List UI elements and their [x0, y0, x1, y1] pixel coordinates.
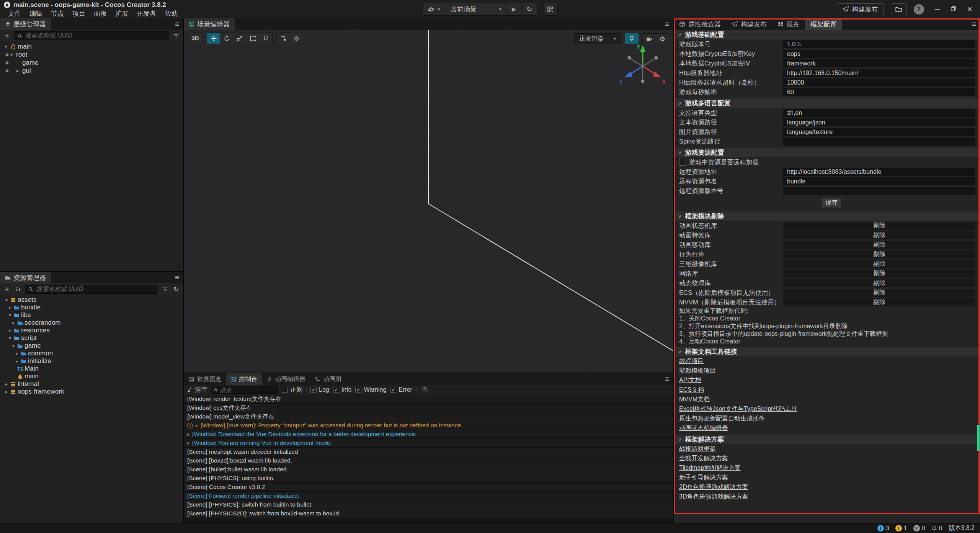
filter-log-checkbox[interactable]: Log	[310, 386, 329, 393]
log-row[interactable]: [Scene] Cocos Creator v3.8.2	[184, 483, 673, 492]
orientation-gizmo[interactable]: Y X Z	[618, 41, 668, 91]
log-row[interactable]: [Window] model_view文件夹存在	[184, 412, 673, 421]
projection-3d-button[interactable]: 3D	[188, 33, 203, 43]
text-path-input[interactable]	[783, 118, 975, 126]
save-button[interactable]: 保存	[821, 198, 842, 208]
scene-selector-dropdown[interactable]: 当前场景 ▾	[446, 3, 507, 15]
asset-row-resources[interactable]: resources	[0, 327, 183, 334]
asset-row-seedrandom[interactable]: seedrandom	[0, 319, 183, 327]
create-asset-button[interactable]	[3, 285, 11, 293]
hierarchy-search[interactable]	[14, 31, 169, 40]
tab-scene-editor[interactable]: 场景编辑器	[184, 18, 235, 30]
remove-camera-button[interactable]: 剔除	[783, 260, 975, 268]
rect-tool-button[interactable]	[246, 33, 259, 44]
spine-path-input[interactable]	[783, 137, 975, 146]
log-row-info[interactable]: ▸ [Window] You are running Vue in develo…	[184, 439, 673, 448]
filter-warning-checkbox[interactable]: Warning	[355, 386, 386, 393]
asset-row-bundle[interactable]: bundle	[0, 304, 183, 311]
remote-url-input[interactable]	[783, 168, 975, 176]
assets-search[interactable]	[25, 285, 158, 294]
section-solutions[interactable]: 框架解决方案	[674, 435, 980, 444]
expand-icon[interactable]	[5, 44, 10, 49]
asset-row-internal[interactable]: internal	[0, 380, 183, 388]
link-template-project[interactable]: 游戏模板项目	[679, 367, 716, 375]
tab-property-inspector[interactable]: 属性检查器	[674, 18, 726, 30]
remove-effect-button[interactable]: 剔除	[783, 231, 975, 239]
sort-assets-button[interactable]	[14, 285, 22, 293]
log-row[interactable]: [Scene] [bullet]:bullet wasm lib loaded.	[184, 465, 673, 474]
expand-icon[interactable]: ▸	[187, 440, 189, 446]
link-guide-solution[interactable]: 新手引导解决方案	[679, 474, 728, 482]
node-row-game[interactable]: game	[0, 59, 183, 67]
asset-row-initialize[interactable]: initialize	[0, 357, 183, 365]
remove-ecs-button[interactable]: 剔除	[783, 289, 975, 297]
help-button[interactable]: ?	[914, 4, 924, 15]
expand-icon[interactable]	[9, 312, 14, 318]
http-server-input[interactable]	[783, 69, 975, 77]
tab-asset-preview[interactable]: 资源预览	[184, 373, 226, 385]
hierarchy-search-input[interactable]	[25, 32, 166, 39]
log-row-warning[interactable]: ! ▸ [Window] [Vue warn]: Property "onInp…	[184, 421, 673, 430]
log-row[interactable]: [Scene] [PHYSICS2D]: switch from box2d-w…	[184, 509, 673, 518]
tab-framework-config[interactable]: 框架配置	[805, 18, 842, 30]
hierarchy-filter-icon[interactable]	[172, 31, 180, 40]
section-game-resource-config[interactable]: 游戏资源配置	[674, 148, 980, 157]
link-excel-tool[interactable]: Excel格式转Json文件与TypeScript代码工具	[679, 405, 797, 413]
tab-build-publish[interactable]: 构建发布	[726, 18, 772, 30]
play-button[interactable]: ▶	[507, 3, 522, 15]
preview-qr-button[interactable]	[543, 3, 557, 16]
remove-mvvm-button[interactable]: 剔除	[783, 298, 975, 306]
asset-row-game[interactable]: game	[0, 342, 183, 350]
log-file-button[interactable]	[420, 386, 429, 394]
link-ecs-docs[interactable]: ECS文档	[679, 386, 704, 394]
node-row-root[interactable]: root	[0, 51, 183, 59]
link-fullstack-solution[interactable]: 全栈开发解决方案	[679, 455, 728, 463]
expand-icon[interactable]	[9, 335, 14, 341]
remove-animator-button[interactable]: 剔除	[783, 222, 975, 230]
asset-row-main-ts[interactable]: TS Main	[0, 365, 183, 373]
menu-extension[interactable]: 扩展	[111, 9, 132, 18]
console-log-list[interactable]: [Window] render_texture文件夹存在 [Window] ec…	[184, 395, 673, 523]
texture-path-input[interactable]	[783, 128, 975, 136]
restore-button[interactable]	[951, 5, 956, 13]
assets-filter-icon[interactable]	[161, 285, 169, 293]
render-mode-dropdown[interactable]: 正常渲染 ▾	[574, 33, 621, 44]
preview-target-dropdown[interactable]: ▾	[423, 3, 446, 15]
assets-search-input[interactable]	[36, 286, 155, 293]
http-timeout-input[interactable]	[783, 78, 975, 87]
coordinate-mode-button[interactable]	[290, 33, 303, 44]
menu-panel[interactable]: 面板	[90, 9, 111, 18]
asset-row-common[interactable]: common	[0, 350, 183, 357]
pivot-mode-button[interactable]	[277, 33, 290, 44]
game-version-input[interactable]	[783, 40, 975, 48]
expand-icon[interactable]: ▸	[196, 423, 198, 428]
languages-input[interactable]	[783, 109, 975, 117]
tab-hierarchy[interactable]: 层级管理器	[0, 18, 51, 30]
info-count[interactable]: i 3	[877, 525, 889, 532]
remote-version-input[interactable]	[783, 187, 975, 195]
log-row[interactable]: [Window] render_texture文件夹存在	[184, 395, 673, 404]
scale-tool-button[interactable]	[233, 33, 246, 44]
build-publish-button[interactable]: 构建发布	[837, 3, 884, 15]
expand-icon[interactable]	[5, 381, 10, 387]
minimize-button[interactable]: ─	[935, 5, 940, 13]
expand-icon[interactable]	[16, 358, 21, 364]
expand-icon[interactable]	[9, 305, 14, 310]
panel-menu-icon[interactable]: ≡	[972, 18, 976, 30]
refresh-assets-button[interactable]: ↻	[172, 285, 180, 293]
asset-row-libs[interactable]: libs	[0, 311, 183, 319]
expand-icon[interactable]	[12, 320, 17, 325]
section-module-trim[interactable]: 框架模块剔除	[674, 211, 980, 221]
remote-load-checkbox[interactable]: 游戏中资源是否远程加载	[674, 157, 980, 167]
link-tiledmap-solution[interactable]: Tiledmap地图解决方案	[679, 464, 741, 472]
menu-edit[interactable]: 编辑	[25, 9, 47, 18]
expand-icon[interactable]	[9, 328, 14, 333]
asset-row-oops-framework[interactable]: oops-framework	[0, 388, 183, 396]
remote-bundle-input[interactable]	[783, 177, 975, 185]
transform-tool-button[interactable]: Ü	[259, 33, 272, 44]
log-row[interactable]: [Scene] [box2d]:box2d wasm lib loaded.	[184, 456, 673, 465]
tab-services[interactable]: 服务	[772, 18, 805, 30]
log-row-info[interactable]: ▸ [Window] Download the Vue Devtools ext…	[184, 430, 673, 439]
link-animator-editor[interactable]: 动画状态机编辑器	[679, 424, 728, 432]
log-row[interactable]: [Scene] [PHYSICS]: using builtin.	[184, 474, 673, 483]
